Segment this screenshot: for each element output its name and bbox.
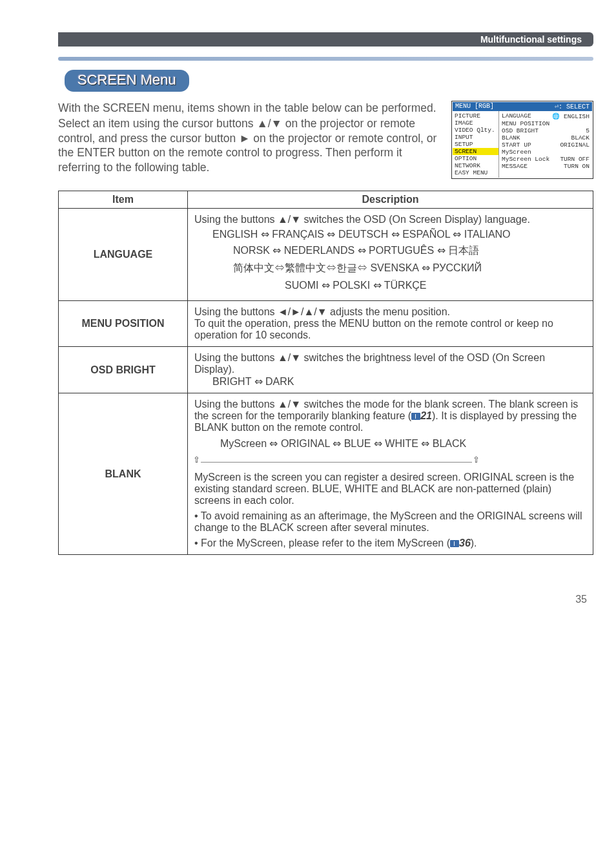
blank-p3: • To avoid remaining as an afterimage, t… [194, 510, 586, 534]
osd-r-val: ORIGINAL [560, 141, 590, 149]
settings-table: Item Description LANGUAGE Using the butt… [58, 191, 593, 555]
osd-r-key: LANGUAGE [502, 112, 531, 120]
blank-p1-ref: 21 [420, 410, 432, 421]
osd-screenshot: MENU [RGB] ⏎: SELECT PICTURE IMAGE VIDEO… [451, 101, 593, 179]
table-row: MENU POSITION Using the buttons ◄/►/▲/▼ … [59, 301, 593, 347]
intro-p1: With the SCREEN menu, items shown in the… [58, 101, 441, 115]
osd-left-item: NETWORK [453, 162, 498, 169]
row-label-language: LANGUAGE [59, 209, 188, 301]
intro-p2: Select an item using the cursor buttons … [58, 116, 441, 174]
osd-left-item: PICTURE [453, 112, 498, 120]
row-desc-menu-position: Using the buttons ◄/►/▲/▼ adjusts the me… [188, 301, 593, 347]
accent-line [58, 57, 593, 61]
book-icon [411, 413, 420, 420]
lang-cycle4: SUOMI ⇔ POLSKI ⇔ TÜRKÇE [285, 279, 586, 291]
osd-r-key: BLANK [502, 134, 520, 141]
osd-left-item-highlight: SCREEN [453, 148, 498, 155]
osd-left-item: OPTION [453, 155, 498, 162]
th-desc: Description [188, 191, 593, 209]
osd-header-right: ⏎: SELECT [555, 103, 590, 110]
lang-cycle3: 简体中文⇔繁體中文⇔한글⇔ SVENSKA ⇔ РУССКИЙ [233, 262, 586, 275]
section-label: Multifunctional settings [480, 34, 582, 45]
osd-right-col: LANGUAGE🌐 ENGLISH MENU POSITION OSD BRIG… [499, 111, 592, 178]
page-number: 35 [0, 594, 587, 605]
osd-left-item: INPUT [453, 134, 498, 141]
row-desc-language: Using the buttons ▲/▼ switches the OSD (… [188, 209, 593, 301]
osd-r-key: MESSAGE [502, 163, 528, 170]
osd-r-val: TURN ON [564, 163, 590, 170]
osd-left-item: VIDEO Qlty. [453, 127, 498, 134]
osd-left-item: EASY MENU [453, 169, 498, 176]
blank-p4: • For the MyScreen, please refer to the … [194, 537, 586, 549]
row-label-menu-position: MENU POSITION [59, 301, 188, 347]
osd-r-val: 5 [586, 127, 590, 134]
osd-r-key: MENU POSITION [502, 120, 549, 127]
blank-p2: MyScreen is the screen you can register … [194, 472, 586, 506]
row-label-blank: BLANK [59, 393, 188, 555]
osd-r-key: START UP [502, 141, 531, 149]
blank-p4b: ). [471, 537, 477, 548]
osdb-cycle: BRIGHT ⇔ DARK [212, 375, 586, 388]
table-row: OSD BRIGHT Using the buttons ▲/▼ switche… [59, 347, 593, 393]
osd-r-key: MyScreen [502, 149, 531, 156]
osd-left-col: PICTURE IMAGE VIDEO Qlty. INPUT SETUP SC… [453, 111, 499, 178]
osd-r-key: OSD BRIGHT [502, 127, 539, 134]
row-desc-osd-bright: Using the buttons ▲/▼ switches the brigh… [188, 347, 593, 393]
blank-p4-ref: 36 [459, 537, 471, 548]
osd-header-left: MENU [RGB] [455, 103, 494, 110]
lang-line1: Using the buttons ▲/▼ switches the OSD (… [194, 214, 586, 225]
osd-left-item: IMAGE [453, 120, 498, 127]
osd-left-item: SETUP [453, 141, 498, 148]
row-label-osd-bright: OSD BRIGHT [59, 347, 188, 393]
row-desc-blank: Using the buttons ▲/▼ switches the mode … [188, 393, 593, 555]
intro-text: With the SCREEN menu, items shown in the… [58, 101, 441, 176]
menu-title-pill: SCREEN Menu [65, 70, 189, 92]
osd-r-val: TURN OFF [560, 156, 590, 163]
blank-cycle: MyScreen ⇔ ORIGINAL ⇔ BLUE ⇔ WHITE ⇔ BLA… [220, 437, 586, 450]
menu-title-text: SCREEN Menu [77, 72, 176, 88]
osdb-line1: Using the buttons ▲/▼ switches the brigh… [194, 352, 586, 375]
osd-r-val: 🌐 ENGLISH [552, 112, 590, 120]
blank-cycle-line [201, 462, 472, 463]
section-header: Multifunctional settings [58, 32, 593, 47]
blank-p4a: • For the MyScreen, please refer to the … [194, 537, 450, 548]
osd-r-key: MyScreen Lock [502, 156, 549, 163]
table-row: BLANK Using the buttons ▲/▼ switches the… [59, 393, 593, 555]
blank-p1: Using the buttons ▲/▼ switches the mode … [194, 399, 586, 433]
book-icon [450, 540, 459, 547]
th-item: Item [59, 191, 188, 209]
lang-cycle2: NORSK ⇔ NEDERLANDS ⇔ PORTUGUÊS ⇔ 日本語 [233, 244, 586, 258]
table-row: LANGUAGE Using the buttons ▲/▼ switches … [59, 209, 593, 301]
osd-r-val: BLACK [571, 134, 590, 141]
lang-cycle1: ENGLISH ⇔ FRANÇAIS ⇔ DEUTSCH ⇔ ESPAÑOL ⇔… [212, 228, 586, 240]
